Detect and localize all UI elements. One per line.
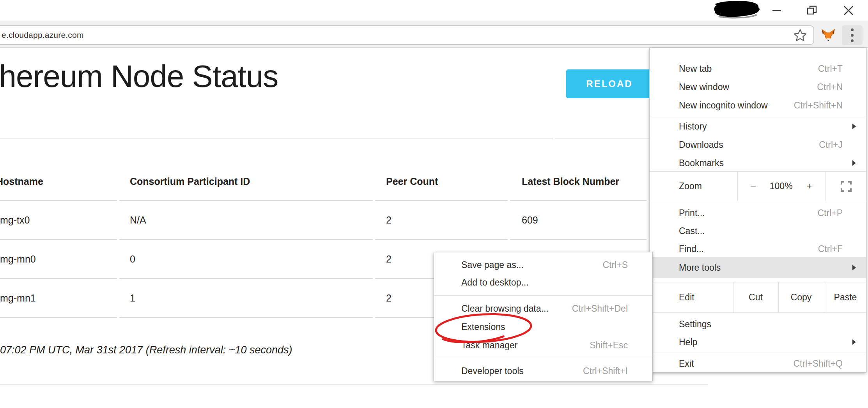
refresh-timestamp: 07:02 PM UTC, Mar 31st 2017 (Refresh int… — [0, 344, 292, 356]
menu-item-more-tools[interactable]: More tools — [650, 257, 866, 278]
menu-zoom-row: Zoom – 100% + — [650, 171, 866, 201]
table-cell-participant-id: 1 — [119, 279, 373, 318]
browser-menu-button[interactable] — [842, 25, 863, 45]
column-header-hostname: Hostname — [0, 152, 117, 201]
copy-button[interactable]: Copy — [778, 282, 824, 312]
minimize-button[interactable] — [765, 0, 788, 21]
table-cell-hostname: mg-mn0 — [0, 240, 117, 279]
menu-item-new-incognito-window[interactable]: New incognito window Ctrl+Shift+N — [650, 96, 866, 115]
close-button[interactable] — [837, 0, 860, 21]
submenu-separator — [434, 295, 652, 296]
submenu-separator — [434, 358, 652, 358]
metamask-fox-icon — [821, 28, 835, 42]
menu-separator — [650, 353, 866, 353]
column-header-peer-count: Peer Count — [375, 152, 508, 201]
submenu-item-extensions[interactable]: Extensions — [434, 318, 652, 336]
fullscreen-icon — [841, 181, 852, 192]
table-cell-peer-count: 2 — [375, 201, 508, 240]
reload-button[interactable]: RELOAD — [566, 69, 653, 98]
submenu-arrow-icon — [852, 339, 856, 345]
metamask-extension-button[interactable] — [821, 28, 835, 42]
kebab-menu-icon — [851, 28, 854, 31]
column-header-latest-block: Latest Block Number — [510, 152, 647, 201]
section-divider — [0, 138, 553, 139]
menu-item-new-window[interactable]: New window Ctrl+N — [650, 78, 866, 96]
menu-item-find[interactable]: Find... Ctrl+F — [650, 239, 866, 258]
address-bar[interactable]: e.cloudapp.azure.com — [0, 25, 814, 45]
cut-button[interactable]: Cut — [733, 282, 778, 312]
zoom-label: Zoom — [679, 172, 702, 201]
menu-item-settings[interactable]: Settings — [650, 315, 866, 333]
bookmark-star-button[interactable] — [793, 28, 808, 42]
submenu-arrow-icon — [852, 160, 856, 166]
redacted-tab-title — [711, 0, 763, 20]
column-header-participant-id: Consortium Participant ID — [119, 152, 373, 201]
edit-label: Edit — [679, 282, 694, 312]
zoom-in-button[interactable]: + — [807, 181, 812, 192]
menu-item-bookmarks[interactable]: Bookmarks — [650, 154, 866, 172]
table-cell-hostname: mg-mn1 — [0, 279, 117, 318]
fullscreen-button[interactable] — [825, 172, 867, 201]
menu-item-new-tab[interactable]: New tab Ctrl+T — [650, 59, 866, 78]
submenu-arrow-icon — [852, 263, 856, 273]
submenu-item-add-to-desktop[interactable]: Add to desktop... — [434, 273, 652, 291]
browser-toolbar: e.cloudapp.azure.com — [0, 21, 868, 48]
submenu-item-developer-tools[interactable]: Developer tools Ctrl+Shift+I — [434, 362, 652, 380]
bottom-divider — [0, 384, 708, 385]
menu-item-help[interactable]: Help — [650, 333, 866, 351]
browser-main-menu: New tab Ctrl+T New window Ctrl+N New inc… — [649, 48, 866, 373]
table-cell-latest-block: 609 — [510, 201, 647, 240]
table-cell-participant-id: 0 — [119, 240, 373, 279]
menu-item-cast[interactable]: Cast... — [650, 222, 866, 240]
minimize-icon — [772, 9, 781, 12]
submenu-item-clear-browsing-data[interactable]: Clear browsing data... Ctrl+Shift+Del — [434, 300, 652, 318]
submenu-arrow-icon — [852, 123, 856, 129]
browser-window: e.cloudapp.azure.com — [0, 0, 868, 408]
menu-item-downloads[interactable]: Downloads Ctrl+J — [650, 135, 866, 154]
window-titlebar — [0, 0, 868, 21]
table-cell-participant-id: N/A — [119, 201, 373, 240]
menu-separator — [650, 116, 866, 116]
restore-icon — [807, 5, 817, 16]
submenu-item-task-manager[interactable]: Task manager Shift+Esc — [434, 336, 652, 354]
menu-item-exit[interactable]: Exit Ctrl+Shift+Q — [650, 354, 866, 373]
menu-edit-row: Edit Cut Copy Paste — [650, 282, 866, 313]
page-title: Ethereum Node Status — [0, 59, 278, 94]
more-tools-submenu: Save page as... Ctrl+S Add to desktop...… — [434, 252, 653, 381]
star-icon — [793, 28, 807, 42]
menu-item-print[interactable]: Print... Ctrl+P — [650, 204, 866, 222]
submenu-item-save-page-as[interactable]: Save page as... Ctrl+S — [434, 256, 652, 274]
zoom-out-button[interactable]: – — [751, 181, 756, 192]
close-icon — [843, 5, 854, 16]
restore-button[interactable] — [800, 0, 824, 21]
paste-button[interactable]: Paste — [824, 282, 867, 312]
url-text: e.cloudapp.azure.com — [0, 30, 84, 40]
zoom-level-value: 100% — [770, 181, 793, 192]
section-divider — [555, 138, 649, 139]
menu-item-history[interactable]: History — [650, 117, 866, 136]
table-cell-hostname: mg-tx0 — [0, 201, 117, 240]
